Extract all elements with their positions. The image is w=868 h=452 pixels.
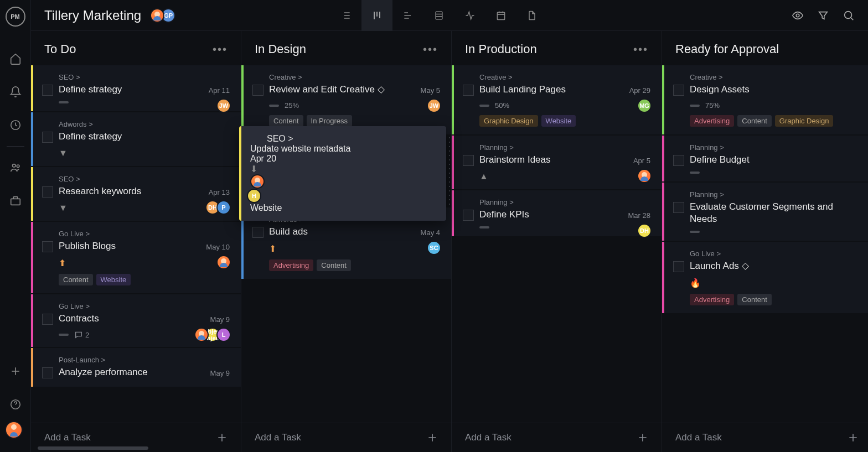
task-card[interactable]: Creative >Review and Edit Creative ◇May … bbox=[241, 65, 451, 134]
task-checkbox[interactable] bbox=[673, 155, 684, 166]
task-card[interactable]: Creative >Build Landing PagesApr 2950%Gr… bbox=[452, 65, 662, 134]
avatar[interactable] bbox=[150, 8, 164, 23]
progress-text: 25% bbox=[285, 101, 299, 110]
tag[interactable]: Content bbox=[737, 115, 772, 127]
tag[interactable]: Content bbox=[317, 259, 351, 271]
list-view-icon[interactable] bbox=[330, 0, 361, 31]
gantt-view-icon[interactable] bbox=[392, 0, 423, 31]
column-more-icon[interactable]: ••• bbox=[423, 43, 438, 56]
task-checkbox[interactable] bbox=[42, 132, 53, 143]
column-title: In Production bbox=[465, 42, 537, 56]
task-card[interactable]: SEO >Research keywordsApr 13▼DHP bbox=[31, 167, 241, 221]
tag[interactable]: Advertising bbox=[269, 259, 313, 271]
avatar[interactable]: SC bbox=[427, 241, 441, 255]
task-checkbox[interactable] bbox=[673, 202, 684, 213]
home-icon[interactable] bbox=[9, 52, 22, 65]
horizontal-scrollbar[interactable] bbox=[38, 446, 148, 450]
card-avatars: MG bbox=[637, 98, 652, 113]
task-card[interactable]: Planning >Brainstorm IdeasApr 5▲ bbox=[452, 136, 662, 189]
bell-icon[interactable] bbox=[9, 85, 22, 98]
add-task-button[interactable]: Add a Task bbox=[452, 423, 662, 452]
calendar-view-icon[interactable] bbox=[485, 0, 516, 31]
plus-icon[interactable] bbox=[9, 365, 22, 378]
header-avatars[interactable]: GP bbox=[150, 8, 175, 23]
visibility-icon[interactable] bbox=[792, 9, 804, 22]
dragging-card[interactable]: SEO > Update website metadata Apr 20 ⬇ H… bbox=[239, 126, 446, 221]
progress-bar bbox=[59, 101, 69, 103]
card-title: Build ads bbox=[269, 226, 440, 238]
task-checkbox[interactable] bbox=[42, 314, 53, 325]
tag[interactable]: Content bbox=[59, 274, 93, 285]
help-icon[interactable] bbox=[9, 398, 22, 411]
task-card[interactable]: Planning >Evaluate Customer Segments and… bbox=[662, 183, 868, 241]
activity-view-icon[interactable] bbox=[454, 0, 485, 31]
filter-icon[interactable] bbox=[817, 9, 829, 22]
tag[interactable]: Advertising bbox=[690, 294, 734, 305]
task-card[interactable]: Planning >Define KPIsMar 28DH bbox=[452, 190, 662, 236]
comment-count[interactable]: 2 bbox=[74, 330, 89, 339]
task-checkbox[interactable] bbox=[673, 261, 684, 272]
tag[interactable]: Website bbox=[250, 203, 282, 212]
task-card[interactable]: SEO >Define strategyApr 11JW bbox=[31, 65, 241, 111]
clock-icon[interactable] bbox=[9, 118, 22, 132]
search-icon[interactable] bbox=[843, 9, 855, 22]
task-card[interactable]: Go Live >Publish BlogsMay 10⬆ContentWebs… bbox=[31, 222, 241, 293]
avatar[interactable]: H bbox=[247, 189, 261, 203]
task-checkbox[interactable] bbox=[252, 85, 264, 96]
add-task-button[interactable]: Add a Task bbox=[241, 423, 451, 452]
card-breadcrumb: Adwords > bbox=[59, 120, 230, 128]
progress-bar bbox=[690, 105, 700, 107]
task-card[interactable]: Planning >Define Budget bbox=[662, 136, 868, 181]
task-checkbox[interactable] bbox=[673, 85, 684, 96]
avatar[interactable]: JW bbox=[427, 98, 441, 113]
people-icon[interactable] bbox=[9, 161, 22, 174]
progress-bar bbox=[479, 226, 489, 228]
add-task-button[interactable]: Add a Task bbox=[662, 423, 868, 452]
card-avatars: JW bbox=[427, 98, 441, 113]
task-checkbox[interactable] bbox=[463, 155, 474, 166]
briefcase-icon[interactable] bbox=[9, 194, 22, 207]
avatar[interactable] bbox=[216, 255, 231, 269]
card-title: Evaluate Customer Segments and Needs bbox=[690, 201, 861, 225]
task-checkbox[interactable] bbox=[42, 367, 53, 378]
task-card[interactable]: Post-Launch >Analyze performanceMay 9 bbox=[31, 348, 241, 386]
tag[interactable]: In Progress bbox=[307, 115, 352, 127]
tag[interactable]: Graphic Design bbox=[479, 115, 538, 127]
tag[interactable]: Graphic Design bbox=[775, 115, 834, 127]
avatar[interactable]: DH bbox=[637, 224, 652, 238]
user-avatar[interactable] bbox=[5, 421, 23, 439]
task-checkbox[interactable] bbox=[463, 85, 474, 96]
progress-bar bbox=[690, 172, 700, 174]
card-breadcrumb: Go Live > bbox=[59, 302, 230, 310]
task-card[interactable]: Adwords >Define strategy▼ bbox=[31, 112, 241, 166]
card-title: Define strategy bbox=[59, 131, 230, 143]
task-checkbox[interactable] bbox=[252, 227, 264, 238]
task-checkbox[interactable] bbox=[42, 186, 53, 198]
avatar[interactable]: P bbox=[216, 200, 231, 215]
card-breadcrumb: Creative > bbox=[479, 73, 650, 81]
task-card[interactable]: Go Live >ContractsMay 9 2[object Object]… bbox=[31, 294, 241, 347]
column-more-icon[interactable]: ••• bbox=[633, 43, 648, 56]
cards-list: Creative >Design Assets75%AdvertisingCon… bbox=[662, 65, 868, 423]
task-checkbox[interactable] bbox=[42, 241, 53, 252]
avatar[interactable] bbox=[250, 174, 265, 189]
app-logo[interactable]: PM bbox=[6, 7, 25, 27]
file-view-icon[interactable] bbox=[516, 0, 547, 31]
task-checkbox[interactable] bbox=[42, 85, 53, 96]
task-card[interactable]: Creative >Design Assets75%AdvertisingCon… bbox=[662, 65, 868, 134]
board-view-icon[interactable] bbox=[361, 0, 392, 31]
priority-high-icon: ⬆ bbox=[269, 243, 276, 254]
tag[interactable]: Website bbox=[96, 274, 131, 285]
avatar[interactable] bbox=[637, 169, 652, 183]
avatar[interactable]: JW bbox=[216, 98, 231, 113]
task-card[interactable]: Go Live >Launch Ads ◇🔥AdvertisingContent bbox=[662, 242, 868, 313]
table-view-icon[interactable] bbox=[423, 0, 454, 31]
tag[interactable]: Content bbox=[269, 115, 303, 127]
column-more-icon[interactable]: ••• bbox=[213, 43, 228, 56]
avatar[interactable]: MG bbox=[637, 98, 652, 113]
tag[interactable]: Content bbox=[737, 294, 772, 305]
task-checkbox[interactable] bbox=[463, 210, 474, 221]
tag[interactable]: Advertising bbox=[690, 115, 734, 127]
avatar[interactable]: L bbox=[216, 328, 231, 342]
tag[interactable]: Website bbox=[541, 115, 576, 127]
